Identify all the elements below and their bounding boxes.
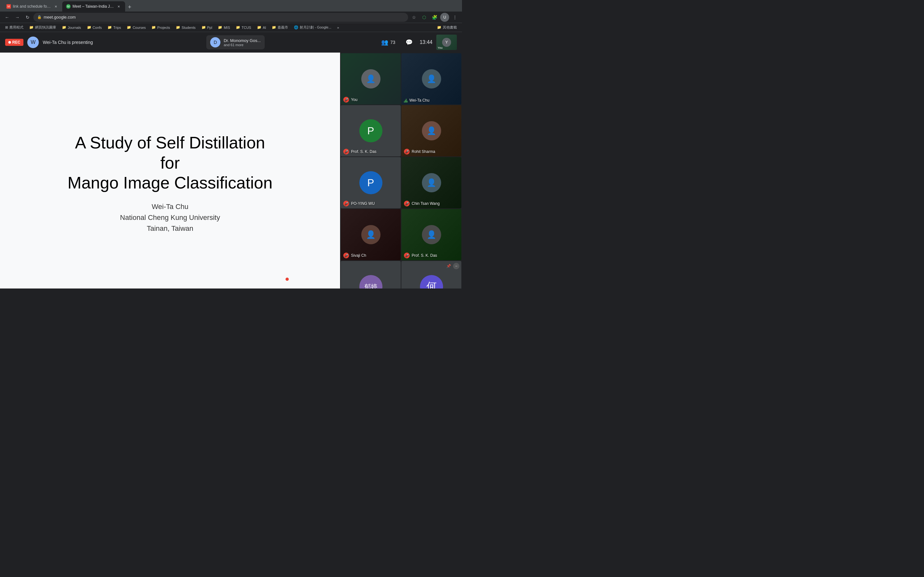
tab-meet-close[interactable]: ✕ xyxy=(116,4,121,9)
apps-icon: ⊞ xyxy=(5,25,8,29)
tab-gmail-close[interactable]: ✕ xyxy=(53,4,58,9)
presenter-avatar: W xyxy=(27,37,39,48)
bookmark-courses-label: Courses xyxy=(132,26,145,29)
bookmark-ai[interactable]: 📁 AI xyxy=(254,25,268,30)
speaker-info: D Dr. Monomoy Gos... and 61 more xyxy=(206,35,265,49)
participants-count: 73 xyxy=(390,40,395,45)
poyingwu-label: PO-YING WU xyxy=(351,201,375,206)
tab-meet-label: Meet – Taiwan-India Joint... xyxy=(73,4,114,9)
participant-tile-laiyuting: 郁婷 🎤 賴郁婷 xyxy=(341,261,401,288)
participant-row-4: 👤 🎤 Sivaji Ch 👤 🎤 Prof. S. K. Das xyxy=(341,209,461,260)
audio-bars-weitachu xyxy=(404,98,407,103)
slide-title: A Study of Self DistillationforMango Ima… xyxy=(68,133,273,193)
bookmark-apps-label: 應用程式 xyxy=(9,25,23,30)
url-text: meet.google.com xyxy=(44,15,76,19)
bookmark-courses[interactable]: 📁 Courses xyxy=(124,25,148,30)
participants-button[interactable]: 👥 73 xyxy=(378,37,399,48)
bookmark-star-button[interactable]: ☆ xyxy=(409,13,418,22)
tab-gmail-label: link and schedule for the Taiw... xyxy=(13,4,51,9)
news-folder-icon: 📁 xyxy=(29,25,34,29)
bookmark-tcus-label: TCUS xyxy=(242,26,251,29)
projects-folder-icon: 📁 xyxy=(152,25,156,29)
courses-folder-icon: 📁 xyxy=(127,25,131,29)
mute-icon-profskdas2: 🎤 xyxy=(404,253,410,258)
participant-tile-rohit: 👤 🎤 Rohit Sharma xyxy=(401,105,461,156)
browser-tab-bar: M link and schedule for the Taiw... ✕ M … xyxy=(0,0,462,11)
bookmark-news-label: 網頁快訊圖庫 xyxy=(35,25,56,30)
bookmark-news[interactable]: 📁 網頁快訊圖庫 xyxy=(27,24,59,31)
bookmark-ai-label: AI xyxy=(263,26,266,29)
speaker-name: Dr. Monomoy Gos... xyxy=(224,38,261,43)
bookmark-students[interactable]: 📁 Students xyxy=(173,25,198,30)
bookmark-bar: ⊞ 應用程式 📁 網頁快訊圖庫 📁 Journals 📁 Confs 📁 Tri… xyxy=(0,23,462,32)
bookmark-confs[interactable]: 📁 Confs xyxy=(84,25,105,30)
you-name-label: You xyxy=(351,97,357,102)
participant-name-profskdas: 🎤 Prof. S. K. Das xyxy=(343,149,376,155)
tab-meet[interactable]: M Meet – Taiwan-India Joint... ✕ xyxy=(62,1,125,11)
chintsanwang-label: Chin Tsan Wang xyxy=(412,201,439,206)
tab-gmail[interactable]: M link and schedule for the Taiw... ✕ xyxy=(3,1,62,11)
ppl-folder-icon: 📁 xyxy=(202,25,206,29)
bookmark-moon[interactable]: 🌐 射月計劃 - Google... xyxy=(291,24,334,31)
timer-display: 13:44 xyxy=(420,39,433,45)
trips-folder-icon: 📁 xyxy=(107,25,112,29)
chat-button[interactable]: 💬 xyxy=(402,37,416,48)
participant-tile-weitachu: 👤 Wei-Ta Chu xyxy=(401,53,461,105)
profile-button[interactable]: U xyxy=(440,13,449,22)
cursor-dot xyxy=(286,277,289,281)
chat-icon: 💬 xyxy=(405,39,413,46)
mis-folder-icon: 📁 xyxy=(218,25,222,29)
profskdas2-label: Prof. S. K. Das xyxy=(412,253,437,258)
ai-folder-icon: 📁 xyxy=(257,25,262,29)
rec-badge: REC xyxy=(5,39,23,46)
participant-name-chintsanwang: 🎤 Chin Tsan Wang xyxy=(404,201,439,206)
participant-name-profskdas2: 🎤 Prof. S. K. Das xyxy=(404,253,437,258)
bookmark-jiayishi-label: 嘉義市 xyxy=(278,25,288,30)
bookmark-trips[interactable]: 📁 Trips xyxy=(105,25,124,30)
bookmark-more[interactable]: » xyxy=(334,25,342,30)
forward-button[interactable]: → xyxy=(13,13,22,22)
participant-name-you: 🎤 You xyxy=(343,97,357,103)
mute-icon-sivajich: 🎤 xyxy=(343,253,349,258)
bookmark-ppl-label: Ppl xyxy=(207,26,212,29)
yizhunhe-avatar: 何 xyxy=(420,275,443,288)
pin-icon: 📌 xyxy=(445,263,452,269)
bookmark-projects[interactable]: 📁 Projects xyxy=(149,25,173,30)
presenter-text: Wei-Ta Chu is presenting xyxy=(43,40,93,45)
minus-icon: − xyxy=(453,263,459,269)
refresh-button[interactable]: ↻ xyxy=(23,13,32,22)
participant-tile-chintsanwang: 👤 🎤 Chin Tsan Wang xyxy=(401,157,461,208)
bookmark-tcus[interactable]: 📁 TCUS xyxy=(233,25,254,30)
students-folder-icon: 📁 xyxy=(176,25,180,29)
slide-location: Tainan, Taiwan xyxy=(68,224,273,233)
menu-button[interactable]: ⋮ xyxy=(451,13,459,22)
extensions-puzzle-button[interactable]: 🧩 xyxy=(430,13,439,22)
participant-tile-profskdas2: 👤 🎤 Prof. S. K. Das xyxy=(401,209,461,260)
participant-name-rohit: 🎤 Rohit Sharma xyxy=(404,149,435,155)
participants-icon: 👥 xyxy=(381,39,388,46)
bookmark-jiayishi[interactable]: 📁 嘉義市 xyxy=(269,24,291,31)
bookmark-moon-label: 射月計劃 - Google... xyxy=(300,25,331,30)
rec-dot xyxy=(8,41,11,44)
bookmark-ppl[interactable]: 📁 Ppl xyxy=(199,25,215,30)
new-tab-button[interactable]: + xyxy=(125,3,134,11)
browser-nav-bar: ← → ↻ 🔒 meet.google.com ☆ ⬡ 🧩 U ⋮ xyxy=(0,11,462,23)
participant-tile-sivajich: 👤 🎤 Sivaji Ch xyxy=(341,209,401,260)
bookmark-others[interactable]: 📁 其他書籤 xyxy=(435,24,459,31)
meet-main: A Study of Self DistillationforMango Ima… xyxy=(0,53,462,288)
moon-icon: 🌐 xyxy=(294,25,298,29)
bookmark-journals-label: Journals xyxy=(68,26,81,29)
poyingwu-avatar: P xyxy=(359,171,383,194)
bookmark-mis[interactable]: 📁 MIS xyxy=(215,25,233,30)
others-folder-icon: 📁 xyxy=(437,25,441,29)
bookmark-apps[interactable]: ⊞ 應用程式 xyxy=(3,24,26,31)
slide-institution: National Cheng Kung University xyxy=(68,213,273,222)
meet-header: REC W Wei-Ta Chu is presenting D Dr. Mon… xyxy=(0,32,462,53)
extension-button[interactable]: ⬡ xyxy=(420,13,429,22)
mute-icon-chintsanwang: 🎤 xyxy=(404,201,410,206)
url-bar[interactable]: 🔒 meet.google.com xyxy=(33,13,408,22)
back-button[interactable]: ← xyxy=(3,13,11,22)
bookmark-journals[interactable]: 📁 Journals xyxy=(59,25,84,30)
header-center: D Dr. Monomoy Gos... and 61 more xyxy=(206,35,265,49)
you-label: You xyxy=(438,46,443,49)
